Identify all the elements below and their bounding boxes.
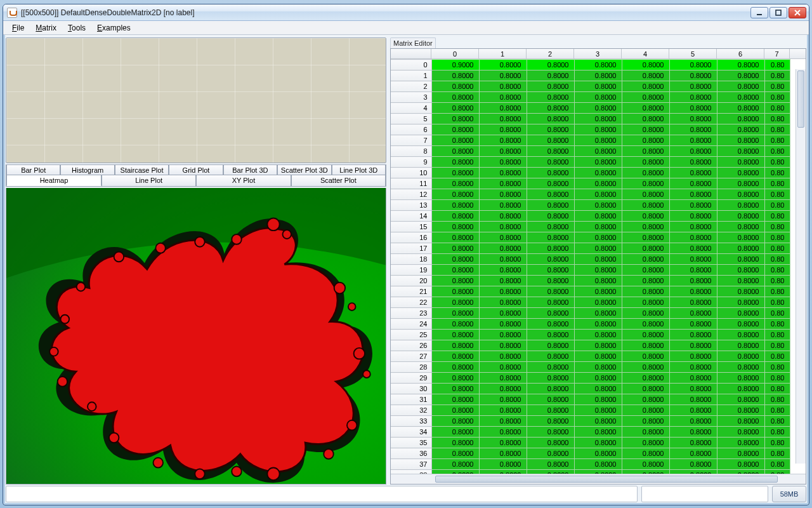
column-header[interactable]: 6 <box>717 49 764 58</box>
cell[interactable]: 0.8000 <box>669 114 717 124</box>
cell[interactable]: 0.80 <box>764 103 790 114</box>
cell[interactable]: 0.8000 <box>622 114 669 124</box>
cell[interactable]: 0.8000 <box>669 254 717 265</box>
cell[interactable]: 0.8000 <box>669 330 717 340</box>
cell[interactable]: 0.8000 <box>527 178 574 189</box>
cell[interactable]: 0.8000 <box>431 157 479 168</box>
cell[interactable]: 0.8000 <box>717 157 764 168</box>
cell[interactable]: 0.8000 <box>669 243 717 254</box>
menu-tools[interactable]: Tools <box>63 22 91 34</box>
cell[interactable]: 0.8000 <box>574 427 622 438</box>
cell[interactable]: 0.8000 <box>717 362 764 373</box>
cell[interactable]: 0.8000 <box>527 146 574 157</box>
horizontal-scrollbar[interactable] <box>391 474 806 484</box>
cell[interactable]: 0.8000 <box>431 114 479 124</box>
cell[interactable]: 0.8000 <box>574 308 622 319</box>
cell[interactable]: 0.8000 <box>527 124 574 135</box>
menu-examples[interactable]: Examples <box>92 22 136 34</box>
cell[interactable]: 0.8000 <box>574 200 622 211</box>
cell[interactable]: 0.8000 <box>717 394 764 405</box>
cell[interactable]: 0.8000 <box>622 60 669 70</box>
minimize-button[interactable] <box>750 7 768 18</box>
row-header[interactable]: 35 <box>391 438 431 448</box>
cell[interactable]: 0.8000 <box>669 276 717 286</box>
cell[interactable]: 0.8000 <box>431 459 479 470</box>
cell[interactable]: 0.8000 <box>717 135 764 146</box>
cell[interactable]: 0.8000 <box>622 308 669 319</box>
cell[interactable]: 0.80 <box>764 254 790 265</box>
row-header[interactable]: 29 <box>391 373 431 384</box>
cell[interactable]: 0.9000 <box>431 60 479 70</box>
cell[interactable]: 0.8000 <box>717 276 764 286</box>
cell[interactable]: 0.8000 <box>479 70 527 81</box>
cell[interactable]: 0.8000 <box>431 286 479 297</box>
cell[interactable]: 0.8000 <box>574 189 622 200</box>
cell[interactable]: 0.8000 <box>479 135 527 146</box>
cell[interactable]: 0.80 <box>764 70 790 81</box>
cell[interactable]: 0.80 <box>764 394 790 405</box>
cell[interactable]: 0.8000 <box>527 448 574 459</box>
row-header[interactable]: 7 <box>391 135 431 146</box>
cell[interactable]: 0.8000 <box>717 200 764 211</box>
cell[interactable]: 0.8000 <box>622 178 669 189</box>
cell[interactable]: 0.8000 <box>669 351 717 362</box>
cell[interactable]: 0.8000 <box>527 189 574 200</box>
cell[interactable]: 0.80 <box>764 178 790 189</box>
close-button[interactable] <box>789 7 806 18</box>
cell[interactable]: 0.8000 <box>717 254 764 265</box>
cell[interactable]: 0.8000 <box>717 265 764 276</box>
cell[interactable]: 0.8000 <box>669 135 717 146</box>
cell[interactable]: 0.8000 <box>717 384 764 394</box>
memory-button[interactable]: 58MB <box>772 486 806 502</box>
cell[interactable]: 0.8000 <box>622 168 669 178</box>
cell[interactable]: 0.8000 <box>527 297 574 308</box>
cell[interactable]: 0.8000 <box>431 200 479 211</box>
row-header[interactable]: 6 <box>391 124 431 135</box>
cell[interactable]: 0.8000 <box>574 92 622 103</box>
cell[interactable]: 0.8000 <box>431 92 479 103</box>
cell[interactable]: 0.8000 <box>717 124 764 135</box>
cell[interactable]: 0.8000 <box>717 297 764 308</box>
cell[interactable]: 0.8000 <box>717 189 764 200</box>
cell[interactable]: 0.8000 <box>622 405 669 416</box>
cell[interactable]: 0.8000 <box>622 459 669 470</box>
cell[interactable]: 0.8000 <box>717 232 764 243</box>
row-header[interactable]: 5 <box>391 114 431 124</box>
cell[interactable]: 0.8000 <box>669 308 717 319</box>
cell[interactable]: 0.8000 <box>622 330 669 340</box>
cell[interactable]: 0.8000 <box>574 297 622 308</box>
row-header[interactable]: 25 <box>391 330 431 340</box>
cell[interactable]: 0.80 <box>764 157 790 168</box>
row-header[interactable]: 13 <box>391 200 431 211</box>
cell[interactable]: 0.8000 <box>669 297 717 308</box>
cell[interactable]: 0.8000 <box>574 362 622 373</box>
cell[interactable]: 0.8000 <box>622 200 669 211</box>
cell[interactable]: 0.8000 <box>431 384 479 394</box>
cell[interactable]: 0.80 <box>764 60 790 70</box>
row-header[interactable]: 2 <box>391 81 431 92</box>
cell[interactable]: 0.8000 <box>527 254 574 265</box>
row-header[interactable]: 9 <box>391 157 431 168</box>
tab-scatter-plot-3d[interactable]: Scatter Plot 3D <box>277 164 331 175</box>
cell[interactable]: 0.8000 <box>574 81 622 92</box>
cell[interactable]: 0.80 <box>764 416 790 427</box>
cell[interactable]: 0.8000 <box>669 146 717 157</box>
menu-file[interactable]: File <box>7 22 29 34</box>
cell[interactable]: 0.8000 <box>479 394 527 405</box>
cell[interactable]: 0.8000 <box>431 362 479 373</box>
cell[interactable]: 0.8000 <box>574 351 622 362</box>
cell[interactable]: 0.8000 <box>622 211 669 222</box>
cell[interactable]: 0.8000 <box>479 81 527 92</box>
cell[interactable]: 0.8000 <box>527 211 574 222</box>
cell[interactable]: 0.8000 <box>669 416 717 427</box>
cell[interactable]: 0.8000 <box>574 416 622 427</box>
cell[interactable]: 0.8000 <box>431 103 479 114</box>
cell[interactable]: 0.8000 <box>431 340 479 351</box>
cell[interactable]: 0.80 <box>764 200 790 211</box>
cell[interactable]: 0.8000 <box>527 308 574 319</box>
cell[interactable]: 0.8000 <box>431 189 479 200</box>
row-header[interactable]: 31 <box>391 394 431 405</box>
cell[interactable]: 0.8000 <box>431 254 479 265</box>
cell[interactable]: 0.8000 <box>669 427 717 438</box>
cell[interactable]: 0.8000 <box>717 416 764 427</box>
